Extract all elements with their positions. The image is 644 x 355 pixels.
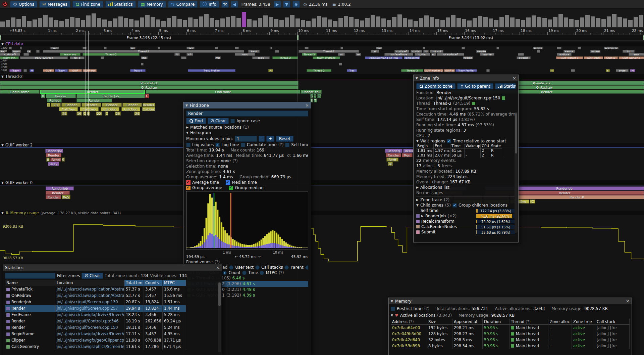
timeline-zone[interactable]: RenderJob — [46, 186, 74, 190]
cpu-zone[interactable] — [270, 47, 272, 49]
alloc-thread[interactable]: Main thread — [509, 343, 548, 349]
cpu-zone[interactable]: tracy_sys — [60, 53, 80, 56]
cpu-zone[interactable] — [571, 69, 575, 72]
wait-regions-collapser[interactable]: ▼Wait regions Time relative to zone star… — [416, 138, 516, 144]
frame-bar[interactable] — [204, 14, 209, 27]
cpu-zone[interactable]: tracy_systrace — [313, 56, 340, 59]
cpu-zone[interactable]: Thread-2 — [43, 50, 244, 53]
timeline-zone[interactable]: Ren — [402, 153, 413, 157]
timeline-zone[interactable]: C — [530, 199, 535, 204]
toolbar-button-statistics[interactable]: Statistics — [105, 1, 136, 8]
cpu-zone[interactable]: kwot — [248, 50, 260, 53]
cpu-zone[interactable] — [141, 63, 144, 65]
stats-row-name[interactable]: Render — [5, 305, 55, 312]
frame-bar[interactable] — [65, 19, 69, 27]
frame-bar[interactable] — [220, 18, 225, 27]
stats-row-name[interactable]: CalcGeometry — [5, 344, 55, 350]
frame-bar[interactable] — [558, 14, 563, 27]
frame-bar[interactable] — [279, 20, 284, 27]
stats-column-header[interactable]: Counts — [144, 280, 163, 286]
wait-column-header[interactable]: Time — [450, 144, 465, 148]
alloc-address[interactable]: 0x7dfc42d640 — [391, 337, 427, 343]
timeline-zone[interactable]: Render — [40, 90, 145, 94]
legend-checkbox-average-time[interactable] — [186, 180, 191, 185]
legend-checkbox-median-time[interactable] — [226, 180, 230, 185]
frame-bar[interactable] — [585, 15, 590, 27]
cpu-zone[interactable]: audiose — [557, 53, 572, 56]
frame-bar[interactable] — [532, 15, 536, 27]
frame-bar[interactable] — [6, 20, 10, 27]
alloc-thread[interactable]: Main thread — [509, 325, 548, 331]
frame-bar[interactable] — [505, 15, 509, 27]
frame-dropdown-button[interactable]: ▼ — [283, 1, 290, 8]
memory-usage-header[interactable]: ▼⇅Memory usage(y-range: 178.27 KB, visib… — [0, 211, 644, 215]
cpu-zone[interactable]: Tracy I — [130, 69, 146, 72]
bin-plus-button[interactable]: + — [266, 136, 274, 142]
timeline-zone[interactable]: Rerff — [386, 158, 398, 162]
frame-bar[interactable] — [199, 16, 203, 27]
frame-bar[interactable] — [269, 17, 273, 27]
frame-bar[interactable] — [263, 15, 268, 27]
frame-bar[interactable] — [210, 18, 214, 27]
frame-bar[interactable] — [360, 20, 364, 27]
cpu-zone[interactable]: kwgm — [12, 50, 21, 53]
cpu-zone[interactable] — [275, 50, 279, 53]
frame-bar[interactable] — [446, 17, 450, 27]
restrict-time-checkbox[interactable] — [391, 307, 395, 311]
timeline-zone[interactable]: C — [83, 112, 86, 116]
frame-bar[interactable] — [108, 21, 112, 27]
cpu-zone[interactable]: ld — [174, 53, 180, 56]
cpu-zone[interactable]: au — [130, 47, 136, 49]
cpu-zone[interactable]: tracy_systrace — [20, 56, 68, 59]
stats-row-location[interactable]: jni/../jni/src/guif/Control.cpp:346 — [55, 318, 124, 324]
histogram-canvas[interactable] — [186, 191, 308, 250]
frame-bar[interactable] — [596, 18, 600, 27]
frame-bar[interactable] — [440, 20, 445, 27]
frame-bar[interactable] — [54, 20, 58, 27]
frame-bar[interactable] — [151, 17, 155, 27]
timeline-zone[interactable]: Render R — [510, 195, 644, 199]
frame-bar[interactable] — [22, 16, 26, 27]
cpu-zone[interactable]: Thread-2 — [299, 50, 359, 53]
alloc-thread[interactable]: Main thread — [509, 337, 548, 343]
cpu-zone[interactable] — [537, 50, 540, 53]
timeline-zone[interactable]: Render — [76, 98, 112, 102]
frame-bar[interactable] — [462, 19, 466, 27]
frame-bar[interactable] — [569, 19, 574, 27]
cpu-zone[interactable]: surfacefl — [394, 50, 409, 53]
frame-bar[interactable] — [376, 16, 380, 27]
frame-bar[interactable] — [156, 19, 160, 27]
filter-zones-input[interactable] — [5, 273, 55, 279]
timeline-zone[interactable]: PrivateTick — [0, 81, 299, 85]
cpu-zone[interactable]: Thread-2 — [401, 69, 423, 72]
cpu-zone[interactable] — [340, 47, 343, 49]
wait-column-header[interactable]: CPU — [481, 144, 490, 148]
statistics-scrollbar[interactable] — [218, 282, 221, 352]
stats-row-location[interactable]: jni/../jni/src/guif/Screen.cpp:130 — [55, 299, 124, 305]
cpu-zone[interactable]: ro — [423, 50, 429, 53]
frame-bar[interactable] — [510, 17, 515, 27]
wait-column-header[interactable]: Begin — [416, 144, 434, 148]
clear-button[interactable]: ∅Clear — [208, 118, 229, 124]
alloc-call-stack[interactable]: [alloc] [fre — [595, 337, 630, 343]
frame-bar[interactable] — [16, 19, 21, 27]
prev-frame-button[interactable]: ◀ — [231, 1, 238, 8]
frame-bar[interactable] — [290, 15, 294, 27]
timeline-zone[interactable]: Render — [61, 103, 81, 107]
stats-row-location[interactable]: jni/../jni/src/claw/application/Abstract… — [55, 293, 124, 299]
timeline-zone[interactable]: 8 — [87, 112, 90, 116]
find-zone-titlebar[interactable]: ▼ Find zone × — [183, 102, 311, 108]
alloc-call-stack[interactable]: [alloc] [fre — [595, 325, 630, 331]
frame-bar[interactable] — [430, 17, 434, 27]
tools-button[interactable]: ⚒ — [221, 1, 229, 8]
frame-label[interactable]: Frame 3,194 (13.92 ms) — [298, 35, 644, 40]
frame-bar[interactable] — [113, 18, 117, 27]
frame-bar[interactable] — [97, 18, 101, 27]
frame-bar[interactable] — [333, 21, 337, 27]
cpu-zone[interactable]: kw — [0, 50, 5, 53]
frame-bar[interactable] — [548, 19, 552, 27]
frame-bar[interactable] — [236, 18, 241, 27]
frame-bar[interactable] — [499, 17, 504, 27]
cpu-zone[interactable] — [9, 47, 12, 49]
stats-row-name[interactable]: Clipper — [5, 337, 55, 344]
